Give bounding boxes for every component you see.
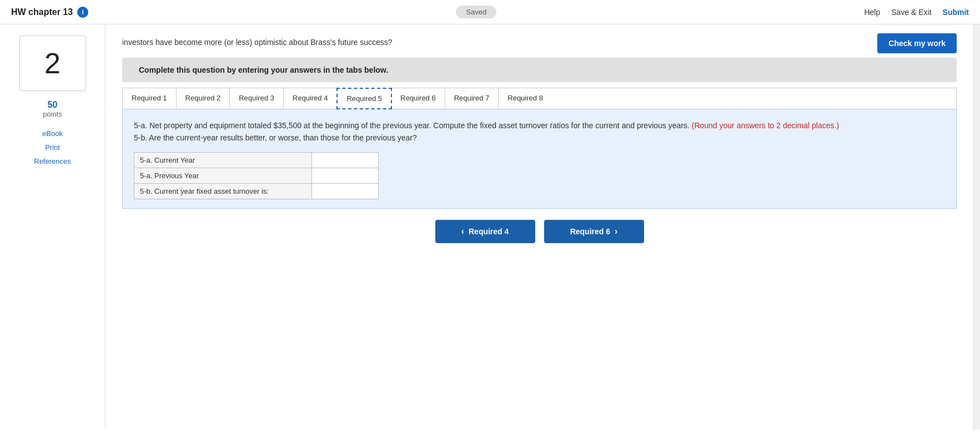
tab-required-1[interactable]: Required 1 [123, 88, 177, 109]
help-link[interactable]: Help [864, 8, 880, 17]
table-row: 5-a. Previous Year [134, 168, 379, 183]
answer-table: 5-a. Current Year 5-a. Previous Year 5-b… [134, 152, 379, 199]
header-title: HW chapter 13 i [11, 7, 88, 18]
row-label-1: 5-a. Previous Year [134, 168, 312, 183]
row-input-0[interactable] [312, 153, 378, 168]
main-container: 2 50 points eBook Print References Check… [0, 24, 980, 430]
scrollbar-track[interactable] [973, 24, 980, 430]
instruction-bar: Complete this question by entering your … [122, 58, 957, 82]
tab-required-7[interactable]: Required 7 [445, 88, 499, 109]
tab-required-2[interactable]: Required 2 [177, 88, 230, 109]
check-my-work-button[interactable]: Check my work [877, 33, 957, 53]
row-label-2: 5-b. Current year fixed asset turnover i… [134, 183, 312, 199]
row-input-2[interactable] [312, 184, 378, 199]
panel-text-line1: 5-a. Net property and equipment totaled … [134, 121, 692, 130]
save-exit-link[interactable]: Save & Exit [891, 8, 931, 17]
next-required-button[interactable]: Required 6 › [544, 220, 644, 243]
points-value: 50 [0, 100, 105, 110]
question-text: investors have become more (or less) opt… [105, 29, 973, 52]
sidebar-links: eBook Print References [0, 129, 105, 165]
prev-arrow-icon: ‹ [461, 226, 464, 236]
references-link[interactable]: References [34, 157, 71, 165]
tab-required-5[interactable]: Required 5 [336, 88, 392, 109]
info-icon[interactable]: i [77, 7, 88, 18]
row-label-0: 5-a. Current Year [134, 152, 312, 168]
title-text: HW chapter 13 [11, 7, 73, 17]
sidebar: 2 50 points eBook Print References [0, 24, 105, 430]
table-row: 5-a. Current Year [134, 152, 379, 168]
prev-button-label: Required 4 [469, 227, 509, 236]
row-input-cell-0[interactable] [312, 152, 379, 168]
ebook-link[interactable]: eBook [42, 129, 63, 138]
row-input-cell-1[interactable] [312, 168, 379, 183]
panel-text-red: (Round your answers to 2 decimal places.… [692, 121, 839, 130]
content-area: Check my work investors have become more… [105, 24, 973, 430]
header-center: Saved [88, 6, 864, 18]
question-box: 2 [19, 36, 86, 91]
table-row: 5-b. Current year fixed asset turnover i… [134, 183, 379, 199]
points-label: points [0, 110, 105, 118]
tabs-container: Required 1 Required 2 Required 3 Require… [122, 88, 957, 109]
tab-required-3[interactable]: Required 3 [230, 88, 284, 109]
submit-button[interactable]: Submit [943, 8, 969, 17]
tab-required-4[interactable]: Required 4 [284, 88, 338, 109]
next-button-label: Required 6 [570, 227, 610, 236]
header: HW chapter 13 i Saved Help Save & Exit S… [0, 0, 980, 24]
tab-panel: 5-a. Net property and equipment totaled … [122, 109, 957, 209]
panel-text-line3: 5-b. Are the current-year results better… [134, 133, 417, 142]
print-link[interactable]: Print [45, 143, 60, 152]
tabs-row: Required 1 Required 2 Required 3 Require… [122, 88, 957, 109]
next-arrow-icon: › [615, 226, 617, 236]
tab-required-6[interactable]: Required 6 [391, 88, 445, 109]
row-input-1[interactable] [312, 168, 378, 183]
row-input-cell-2[interactable] [312, 183, 379, 199]
nav-buttons: ‹ Required 4 Required 6 › [122, 220, 957, 243]
question-number: 2 [44, 47, 61, 80]
saved-badge: Saved [456, 6, 496, 18]
prev-required-button[interactable]: ‹ Required 4 [435, 220, 535, 243]
tab-required-8[interactable]: Required 8 [499, 88, 552, 109]
header-actions: Help Save & Exit Submit [864, 8, 969, 17]
tab-panel-text: 5-a. Net property and equipment totaled … [134, 119, 945, 144]
